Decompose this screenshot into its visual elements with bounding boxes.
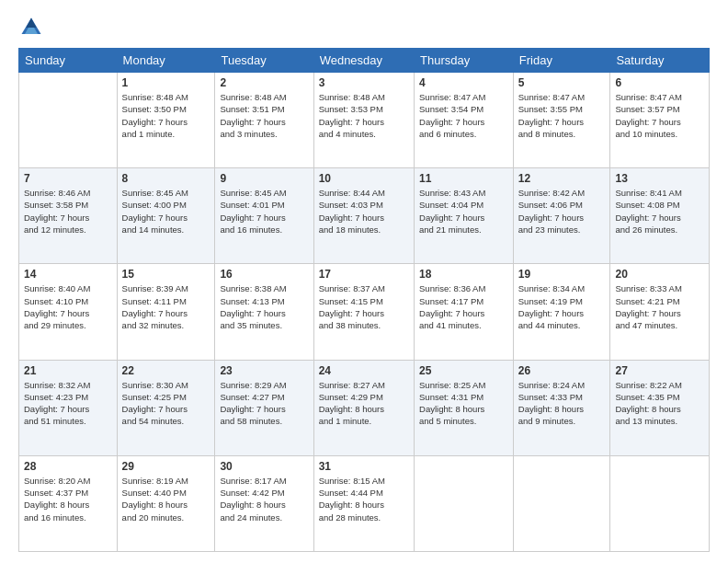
day-number: 11 bbox=[419, 172, 508, 185]
weekday-header-sunday: Sunday bbox=[19, 49, 118, 73]
calendar-cell: 26Sunrise: 8:24 AM Sunset: 4:33 PM Dayli… bbox=[513, 360, 610, 455]
day-number: 23 bbox=[220, 364, 308, 377]
day-number: 15 bbox=[122, 268, 210, 281]
calendar-table: SundayMondayTuesdayWednesdayThursdayFrid… bbox=[18, 48, 710, 552]
calendar-cell: 5Sunrise: 8:47 AM Sunset: 3:55 PM Daylig… bbox=[513, 73, 610, 168]
calendar-cell: 17Sunrise: 8:37 AM Sunset: 4:15 PM Dayli… bbox=[313, 264, 414, 360]
day-info: Sunrise: 8:47 AM Sunset: 3:54 PM Dayligh… bbox=[419, 91, 508, 140]
day-number: 31 bbox=[319, 460, 409, 473]
day-info: Sunrise: 8:37 AM Sunset: 4:15 PM Dayligh… bbox=[319, 282, 409, 331]
calendar-cell: 11Sunrise: 8:43 AM Sunset: 4:04 PM Dayli… bbox=[415, 168, 514, 264]
weekday-header-saturday: Saturday bbox=[610, 49, 710, 73]
calendar-cell bbox=[513, 455, 610, 551]
day-number: 25 bbox=[419, 364, 508, 377]
calendar-cell: 19Sunrise: 8:34 AM Sunset: 4:19 PM Dayli… bbox=[513, 264, 610, 360]
calendar-cell: 13Sunrise: 8:41 AM Sunset: 4:08 PM Dayli… bbox=[610, 168, 710, 264]
day-number: 22 bbox=[122, 364, 210, 377]
day-info: Sunrise: 8:44 AM Sunset: 4:03 PM Dayligh… bbox=[319, 187, 409, 236]
calendar-cell: 27Sunrise: 8:22 AM Sunset: 4:35 PM Dayli… bbox=[610, 360, 710, 455]
day-number: 13 bbox=[615, 172, 704, 185]
day-number: 12 bbox=[518, 172, 606, 185]
day-number: 5 bbox=[518, 76, 606, 89]
calendar-cell: 1Sunrise: 8:48 AM Sunset: 3:50 PM Daylig… bbox=[117, 73, 215, 168]
day-number: 28 bbox=[24, 460, 112, 473]
calendar-cell: 4Sunrise: 8:47 AM Sunset: 3:54 PM Daylig… bbox=[415, 73, 514, 168]
day-info: Sunrise: 8:32 AM Sunset: 4:23 PM Dayligh… bbox=[24, 379, 112, 428]
day-number: 21 bbox=[24, 364, 112, 377]
calendar-cell: 24Sunrise: 8:27 AM Sunset: 4:29 PM Dayli… bbox=[313, 360, 414, 455]
day-info: Sunrise: 8:22 AM Sunset: 4:35 PM Dayligh… bbox=[615, 379, 704, 428]
day-info: Sunrise: 8:46 AM Sunset: 3:58 PM Dayligh… bbox=[24, 187, 112, 236]
day-info: Sunrise: 8:15 AM Sunset: 4:44 PM Dayligh… bbox=[319, 475, 409, 523]
day-number: 18 bbox=[419, 268, 508, 281]
day-info: Sunrise: 8:20 AM Sunset: 4:37 PM Dayligh… bbox=[24, 475, 112, 523]
day-info: Sunrise: 8:42 AM Sunset: 4:06 PM Dayligh… bbox=[518, 187, 606, 236]
day-number: 26 bbox=[518, 364, 606, 377]
day-number: 20 bbox=[615, 268, 704, 281]
day-info: Sunrise: 8:19 AM Sunset: 4:40 PM Dayligh… bbox=[122, 475, 210, 523]
weekday-row: SundayMondayTuesdayWednesdayThursdayFrid… bbox=[19, 49, 710, 73]
day-number: 19 bbox=[518, 268, 606, 281]
day-info: Sunrise: 8:38 AM Sunset: 4:13 PM Dayligh… bbox=[220, 282, 308, 331]
calendar-cell: 8Sunrise: 8:45 AM Sunset: 4:00 PM Daylig… bbox=[117, 168, 215, 264]
calendar-cell bbox=[19, 73, 118, 168]
calendar-cell: 6Sunrise: 8:47 AM Sunset: 3:57 PM Daylig… bbox=[610, 73, 710, 168]
day-number: 4 bbox=[419, 76, 508, 89]
day-number: 3 bbox=[319, 76, 409, 89]
day-number: 1 bbox=[122, 76, 210, 89]
weekday-header-tuesday: Tuesday bbox=[215, 49, 313, 73]
calendar-week-row: 1Sunrise: 8:48 AM Sunset: 3:50 PM Daylig… bbox=[19, 73, 710, 168]
calendar-header: SundayMondayTuesdayWednesdayThursdayFrid… bbox=[19, 49, 710, 73]
day-info: Sunrise: 8:48 AM Sunset: 3:50 PM Dayligh… bbox=[122, 91, 210, 140]
calendar-cell: 21Sunrise: 8:32 AM Sunset: 4:23 PM Dayli… bbox=[19, 360, 118, 455]
calendar-cell: 15Sunrise: 8:39 AM Sunset: 4:11 PM Dayli… bbox=[117, 264, 215, 360]
day-number: 6 bbox=[615, 76, 704, 89]
day-info: Sunrise: 8:47 AM Sunset: 3:55 PM Dayligh… bbox=[518, 91, 606, 140]
calendar-cell bbox=[610, 455, 710, 551]
day-number: 2 bbox=[220, 76, 308, 89]
day-number: 17 bbox=[319, 268, 409, 281]
logo bbox=[18, 15, 46, 40]
logo-icon bbox=[18, 15, 44, 40]
day-info: Sunrise: 8:45 AM Sunset: 4:00 PM Dayligh… bbox=[122, 187, 210, 236]
day-info: Sunrise: 8:48 AM Sunset: 3:51 PM Dayligh… bbox=[220, 91, 308, 140]
weekday-header-wednesday: Wednesday bbox=[313, 49, 414, 73]
calendar-cell: 10Sunrise: 8:44 AM Sunset: 4:03 PM Dayli… bbox=[313, 168, 414, 264]
calendar-week-row: 28Sunrise: 8:20 AM Sunset: 4:37 PM Dayli… bbox=[19, 455, 710, 551]
day-info: Sunrise: 8:17 AM Sunset: 4:42 PM Dayligh… bbox=[220, 475, 308, 523]
day-info: Sunrise: 8:41 AM Sunset: 4:08 PM Dayligh… bbox=[615, 187, 704, 236]
calendar-cell: 14Sunrise: 8:40 AM Sunset: 4:10 PM Dayli… bbox=[19, 264, 118, 360]
calendar-cell: 23Sunrise: 8:29 AM Sunset: 4:27 PM Dayli… bbox=[215, 360, 313, 455]
calendar-week-row: 21Sunrise: 8:32 AM Sunset: 4:23 PM Dayli… bbox=[19, 360, 710, 455]
calendar-cell: 3Sunrise: 8:48 AM Sunset: 3:53 PM Daylig… bbox=[313, 73, 414, 168]
day-info: Sunrise: 8:25 AM Sunset: 4:31 PM Dayligh… bbox=[419, 379, 508, 428]
day-number: 7 bbox=[24, 172, 112, 185]
calendar-week-row: 14Sunrise: 8:40 AM Sunset: 4:10 PM Dayli… bbox=[19, 264, 710, 360]
day-number: 10 bbox=[319, 172, 409, 185]
day-number: 27 bbox=[615, 364, 704, 377]
calendar-cell: 7Sunrise: 8:46 AM Sunset: 3:58 PM Daylig… bbox=[19, 168, 118, 264]
day-info: Sunrise: 8:34 AM Sunset: 4:19 PM Dayligh… bbox=[518, 282, 606, 331]
day-info: Sunrise: 8:33 AM Sunset: 4:21 PM Dayligh… bbox=[615, 282, 704, 331]
day-number: 14 bbox=[24, 268, 112, 281]
calendar-cell: 9Sunrise: 8:45 AM Sunset: 4:01 PM Daylig… bbox=[215, 168, 313, 264]
svg-marker-2 bbox=[26, 18, 36, 29]
calendar-cell: 12Sunrise: 8:42 AM Sunset: 4:06 PM Dayli… bbox=[513, 168, 610, 264]
calendar-cell: 20Sunrise: 8:33 AM Sunset: 4:21 PM Dayli… bbox=[610, 264, 710, 360]
calendar-cell: 18Sunrise: 8:36 AM Sunset: 4:17 PM Dayli… bbox=[415, 264, 514, 360]
day-number: 29 bbox=[122, 460, 210, 473]
calendar-cell: 30Sunrise: 8:17 AM Sunset: 4:42 PM Dayli… bbox=[215, 455, 313, 551]
day-info: Sunrise: 8:27 AM Sunset: 4:29 PM Dayligh… bbox=[319, 379, 409, 428]
day-info: Sunrise: 8:48 AM Sunset: 3:53 PM Dayligh… bbox=[319, 91, 409, 140]
header bbox=[18, 15, 710, 40]
day-info: Sunrise: 8:39 AM Sunset: 4:11 PM Dayligh… bbox=[122, 282, 210, 331]
day-info: Sunrise: 8:36 AM Sunset: 4:17 PM Dayligh… bbox=[419, 282, 508, 331]
day-info: Sunrise: 8:47 AM Sunset: 3:57 PM Dayligh… bbox=[615, 91, 704, 140]
calendar-cell: 25Sunrise: 8:25 AM Sunset: 4:31 PM Dayli… bbox=[415, 360, 514, 455]
day-info: Sunrise: 8:30 AM Sunset: 4:25 PM Dayligh… bbox=[122, 379, 210, 428]
weekday-header-friday: Friday bbox=[513, 49, 610, 73]
day-number: 16 bbox=[220, 268, 308, 281]
calendar-cell: 2Sunrise: 8:48 AM Sunset: 3:51 PM Daylig… bbox=[215, 73, 313, 168]
calendar-cell: 22Sunrise: 8:30 AM Sunset: 4:25 PM Dayli… bbox=[117, 360, 215, 455]
day-info: Sunrise: 8:24 AM Sunset: 4:33 PM Dayligh… bbox=[518, 379, 606, 428]
